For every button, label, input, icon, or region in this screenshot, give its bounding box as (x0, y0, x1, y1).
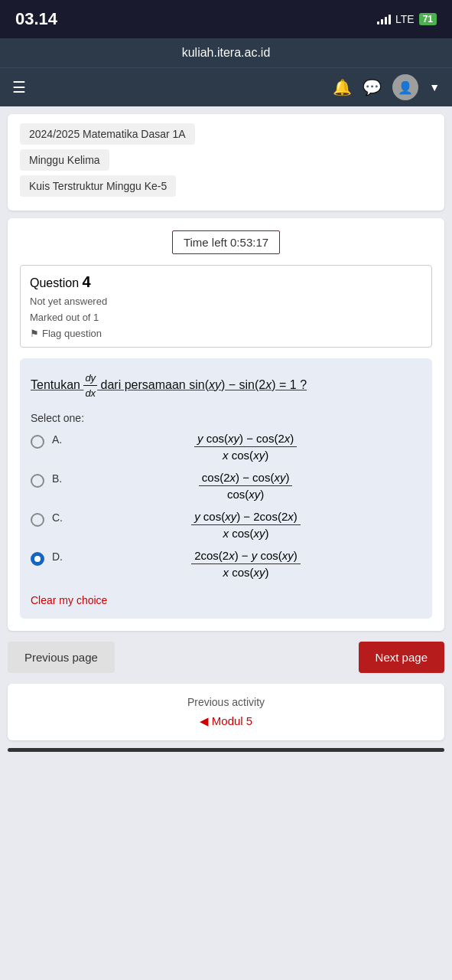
status-right: LTE 71 (377, 13, 437, 25)
quiz-container: Time left 0:53:17 Question 4 Not yet ans… (8, 218, 444, 631)
dropdown-icon[interactable]: ▼ (429, 81, 440, 93)
dy-dx-fraction: dydx (83, 371, 97, 401)
option-c[interactable]: C. y cos(xy) − 2cos(2x) x cos(xy) (31, 510, 421, 540)
notification-icon[interactable]: 🔔 (333, 78, 352, 96)
next-page-button[interactable]: Next page (359, 642, 444, 673)
action-bar: ☰ 🔔 💬 👤 ▼ (0, 67, 452, 106)
top-nav: kuliah.itera.ac.id (0, 38, 452, 67)
option-c-label: C. (52, 510, 63, 524)
option-a-label: A. (52, 432, 62, 446)
option-d[interactable]: D. 2cos(2x) − y cos(xy) x cos(xy) (31, 549, 421, 579)
option-a-fraction: y cos(xy) − cos(2x) x cos(xy) (70, 432, 421, 462)
previous-page-button[interactable]: Previous page (8, 642, 115, 673)
timer-box: Time left 0:53:17 (172, 230, 280, 254)
nav-buttons: Previous page Next page (8, 642, 444, 673)
select-one-label: Select one: (31, 412, 421, 424)
option-b[interactable]: B. cos(2x) − cos(xy) cos(xy) (31, 471, 421, 501)
option-b-fraction: cos(2x) − cos(xy) cos(xy) (70, 471, 421, 501)
battery-badge: 71 (419, 13, 437, 25)
hamburger-icon[interactable]: ☰ (12, 78, 26, 96)
question-content: Tentukan dydx dari persamaan sin(xy) − s… (20, 358, 432, 619)
status-time: 03.14 (15, 9, 57, 29)
option-c-content: y cos(xy) − 2cos(2x) x cos(xy) (70, 510, 421, 540)
option-a-content: y cos(xy) − cos(2x) x cos(xy) (70, 432, 421, 462)
question-text: Tentukan dydx dari persamaan sin(xy) − s… (31, 371, 421, 401)
radio-a[interactable] (31, 435, 44, 449)
radio-c[interactable] (31, 513, 44, 527)
question-marked: Marked out of 1 (30, 310, 422, 326)
site-title: kuliah.itera.ac.id (182, 46, 271, 60)
avatar[interactable]: 👤 (392, 74, 418, 100)
option-b-content: cos(2x) − cos(xy) cos(xy) (70, 471, 421, 501)
lte-label: LTE (395, 13, 415, 25)
flag-icon: ⚑ (30, 328, 39, 339)
timer-label: Time left (184, 236, 227, 249)
breadcrumb-quiz[interactable]: Kuis Terstruktur Minggu Ke-5 (20, 175, 176, 197)
status-bar: 03.14 LTE 71 (0, 0, 452, 38)
breadcrumb-course[interactable]: 2024/2025 Matematika Dasar 1A (20, 123, 195, 145)
signal-icon (377, 14, 391, 24)
prev-activity-label: Previous activity (20, 696, 432, 708)
prev-activity-link[interactable]: ◀ Modul 5 (20, 714, 432, 728)
question-status: Not yet answered (30, 294, 422, 310)
radio-d[interactable] (31, 552, 44, 566)
option-c-fraction: y cos(xy) − 2cos(2x) x cos(xy) (70, 510, 421, 540)
action-icons: 🔔 💬 👤 ▼ (333, 74, 440, 100)
flag-question[interactable]: ⚑ Flag question (30, 328, 422, 339)
breadcrumb-week[interactable]: Minggu Kelima (20, 149, 109, 171)
radio-d-inner (34, 556, 41, 562)
radio-b[interactable] (31, 474, 44, 488)
clear-choice-button[interactable]: Clear my choice (31, 594, 107, 606)
timer-container: Time left 0:53:17 (20, 230, 432, 254)
bottom-bar (8, 748, 444, 752)
option-b-label: B. (52, 471, 62, 485)
question-meta-box: Question 4 Not yet answered Marked out o… (20, 265, 432, 348)
prev-arrow-icon: ◀ (200, 714, 209, 728)
option-d-content: 2cos(2x) − y cos(xy) x cos(xy) (70, 549, 421, 579)
message-icon[interactable]: 💬 (363, 78, 382, 96)
previous-activity: Previous activity ◀ Modul 5 (8, 684, 444, 740)
option-d-fraction: 2cos(2x) − y cos(xy) x cos(xy) (70, 549, 421, 579)
breadcrumb-area: 2024/2025 Matematika Dasar 1A Minggu Kel… (8, 114, 444, 211)
question-number: Question 4 (30, 273, 422, 291)
option-a[interactable]: A. y cos(xy) − cos(2x) x cos(xy) (31, 432, 421, 462)
option-d-label: D. (52, 549, 63, 563)
timer-value: 0:53:17 (230, 236, 268, 249)
